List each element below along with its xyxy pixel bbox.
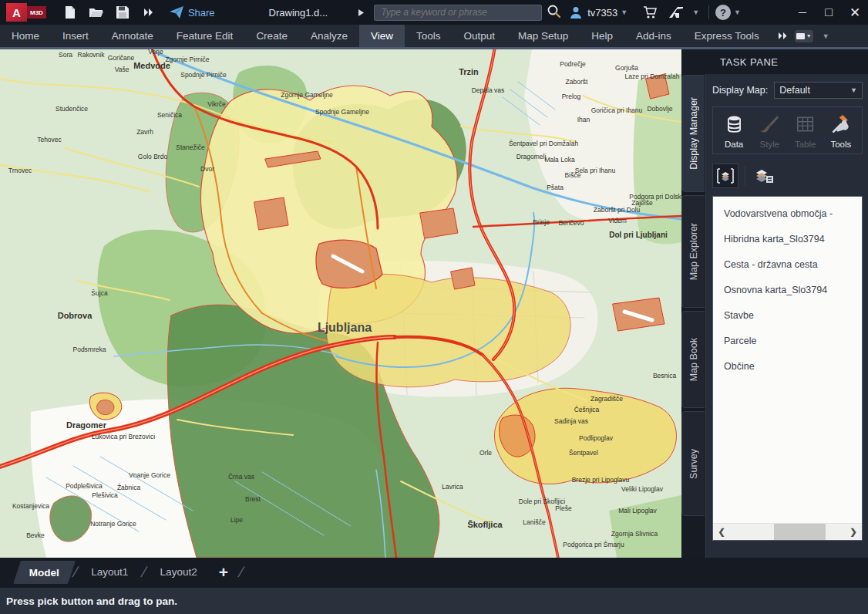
layer-item[interactable]: Hibridna karta_Slo3794	[713, 227, 862, 252]
ribbon-toggle-caret[interactable]: ▼	[823, 32, 829, 40]
display-map-dropdown[interactable]: Default ▼	[774, 82, 863, 99]
horizontal-scrollbar[interactable]: ❮ ❯	[713, 523, 862, 540]
user-account[interactable]: tv7353	[569, 5, 617, 19]
map-label: Zgornja Slivnica	[611, 530, 658, 538]
layer-item[interactable]: Osnovna karta_Slo3794	[713, 278, 862, 303]
app-logo-m3d-badge: M3D	[27, 6, 46, 19]
layers-settings-icon	[755, 167, 775, 184]
display-map-value: Default	[779, 85, 810, 96]
tool-label: Data	[725, 140, 743, 149]
scroll-right-arrow[interactable]: ❯	[845, 527, 862, 537]
data-tool-button[interactable]: Data	[718, 114, 750, 149]
double-chevron-right-icon	[143, 8, 154, 16]
map-label: Podgora pri Dolskem	[629, 193, 681, 201]
open-file-button[interactable]	[88, 4, 105, 21]
group-layers-button[interactable]	[712, 164, 738, 188]
ribbon-tab-create[interactable]: Create	[244, 25, 299, 47]
triangle-right-icon	[358, 9, 364, 16]
autodesk-app-button[interactable]	[668, 4, 685, 21]
minimize-button[interactable]: ─	[789, 0, 816, 25]
scrollbar-thumb[interactable]	[774, 524, 826, 540]
map-label: Brest	[245, 495, 261, 503]
ribbon-tab-annotate[interactable]: Annotate	[100, 25, 165, 47]
layer-item[interactable]: Cesta - državna cesta	[713, 252, 862, 278]
task-pane-side-tabs: Display ManagerMap ExplorerMap BookSurve…	[681, 74, 705, 558]
search-input[interactable]	[374, 5, 542, 21]
map-label: Podlipoglav	[579, 434, 614, 442]
username: tv7353	[587, 7, 617, 19]
app-logo[interactable]: A	[6, 3, 27, 22]
tool-label: Style	[760, 140, 780, 149]
tools-tool-button[interactable]: Tools	[825, 114, 857, 149]
map-label: Tehovec	[37, 136, 62, 143]
add-layout-button[interactable]: +	[210, 563, 237, 582]
ribbon-tab-view[interactable]: View	[359, 25, 405, 47]
data-icon	[724, 114, 745, 137]
autodesk-menu-caret[interactable]: ▼	[692, 8, 699, 16]
user-menu-caret[interactable]: ▼	[621, 8, 627, 16]
scrollbar-track[interactable]	[730, 524, 845, 540]
ribbon-tab-feature-edit[interactable]: Feature Edit	[165, 25, 245, 47]
layout-tab-model[interactable]: Model	[13, 561, 76, 584]
layer-item[interactable]: Stavbe	[713, 303, 862, 329]
ribbon-tab-add-ins[interactable]: Add-ins	[624, 25, 683, 47]
map-label: Brinje	[533, 218, 550, 226]
map-label: Prelog	[562, 93, 581, 100]
layer-item[interactable]: Parcele	[713, 329, 862, 354]
map-viewport[interactable]: SoraRakovnikGoričaneVašeMedvodeVerjeZgor…	[0, 49, 681, 558]
share-button[interactable]: Share	[170, 6, 215, 19]
map-label: Seničica	[157, 111, 182, 119]
ribbon-display-toggle[interactable]: ▼	[795, 30, 813, 42]
tool-label: Tools	[830, 140, 851, 149]
layout-tab-layout1[interactable]: Layout1	[79, 561, 140, 584]
side-tab-map-book[interactable]: Map Book	[681, 311, 705, 408]
map-label: Podsmreka	[73, 346, 106, 353]
ribbon-tab-output[interactable]: Output	[452, 25, 506, 47]
map-label: Lipe	[230, 516, 243, 524]
maximize-button[interactable]: □	[816, 0, 842, 25]
help-menu-caret[interactable]: ▼	[734, 8, 741, 16]
save-button[interactable]	[114, 4, 131, 21]
ribbon-tab-home[interactable]: Home	[0, 25, 51, 47]
map-label: Beričevo	[558, 219, 584, 227]
map-label: Zavrh	[136, 128, 153, 136]
manage-layers-button[interactable]	[752, 164, 778, 188]
map-label: Podplešivica	[66, 482, 103, 490]
ribbon-tab-insert[interactable]: Insert	[51, 25, 100, 47]
side-tab-survey[interactable]: Survey	[681, 411, 705, 516]
tools-icon	[830, 114, 852, 137]
help-button[interactable]: ?	[715, 5, 731, 20]
layer-item[interactable]: Občine	[713, 354, 862, 380]
ribbon-overflow-chevrons-icon[interactable]	[779, 32, 789, 39]
map-label: Ihan	[577, 116, 590, 123]
side-tab-map-explorer[interactable]: Map Explorer	[681, 195, 705, 308]
ribbon-tab-map-setup[interactable]: Map Setup	[506, 25, 580, 47]
ribbon-tab-tools[interactable]: Tools	[405, 25, 453, 47]
search-button[interactable]	[547, 4, 561, 22]
new-file-button[interactable]	[62, 4, 79, 21]
side-tab-display-manager[interactable]: Display Manager	[681, 75, 705, 192]
document-title: Drawing1.d...	[269, 7, 328, 19]
map-label: Spodnje Gameljne	[315, 108, 369, 116]
scroll-left-arrow[interactable]: ❮	[713, 527, 730, 537]
map-label: Zaboršt pri Dolu	[594, 206, 641, 214]
map-label: Stanežiče	[176, 143, 205, 151]
map-label: Mala Loka	[544, 156, 574, 164]
map-label: Pšata	[547, 184, 564, 191]
ribbon-tab-analyze[interactable]: Analyze	[299, 25, 359, 47]
ribbon-tab-express-tools[interactable]: Express Tools	[683, 25, 771, 47]
autodesk-logo-icon	[668, 6, 685, 19]
map-label: Trzin	[459, 67, 479, 76]
map-label: Pleše	[555, 504, 572, 512]
layout-tab-layout2[interactable]: Layout2	[148, 561, 210, 584]
close-button[interactable]: ✕	[842, 0, 868, 25]
toolbar-expand-chevrons[interactable]	[140, 4, 157, 21]
layer-item[interactable]: Vodovarstvena območja -	[713, 201, 862, 227]
map-label: Ljubljana	[318, 321, 372, 334]
map-label: Besnica	[653, 372, 677, 380]
map-canvas: SoraRakovnikGoričaneVašeMedvodeVerjeZgor…	[0, 49, 681, 558]
store-button[interactable]	[641, 4, 658, 21]
ribbon-tab-help[interactable]: Help	[580, 25, 624, 47]
search-expand-arrow[interactable]	[352, 4, 369, 21]
map-label: Dragomer	[66, 420, 107, 430]
